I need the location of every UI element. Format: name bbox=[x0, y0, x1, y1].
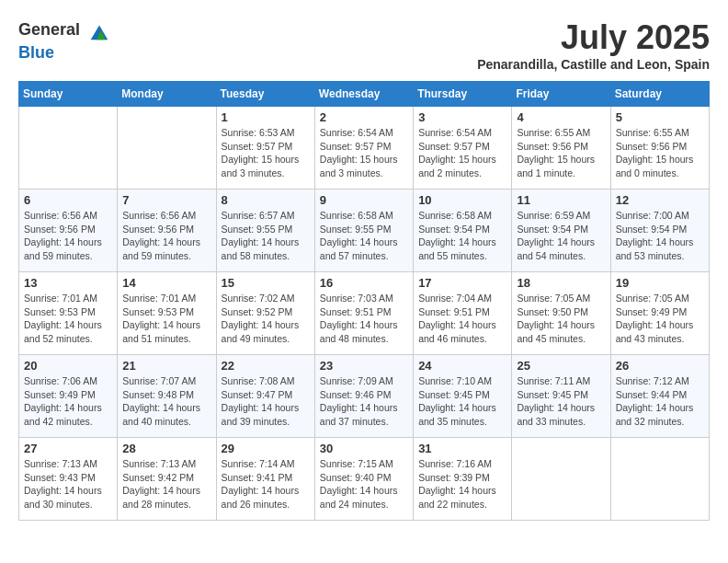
logo-blue: Blue bbox=[18, 43, 54, 62]
sunset-text: Sunset: 9:56 PM bbox=[122, 223, 210, 236]
daylight-text: Daylight: 14 hours and 52 minutes. bbox=[24, 318, 112, 345]
sunrise-text: Sunrise: 7:09 AM bbox=[320, 374, 408, 388]
sunset-text: Sunset: 9:45 PM bbox=[418, 388, 506, 402]
calendar-cell: 1Sunrise: 6:53 AMSunset: 9:57 PMDaylight… bbox=[216, 107, 314, 190]
daylight-text: Daylight: 14 hours and 46 minutes. bbox=[418, 318, 506, 345]
daylight-text: Daylight: 14 hours and 33 minutes. bbox=[517, 401, 605, 428]
sunrise-text: Sunrise: 7:05 AM bbox=[616, 292, 704, 305]
sunset-text: Sunset: 9:53 PM bbox=[122, 305, 210, 319]
day-number: 28 bbox=[122, 442, 210, 455]
daylight-text: Daylight: 14 hours and 40 minutes. bbox=[122, 401, 210, 428]
calendar-table: SundayMondayTuesdayWednesdayThursdayFrid… bbox=[18, 81, 710, 521]
calendar-cell: 18Sunrise: 7:05 AMSunset: 9:50 PMDayligh… bbox=[512, 272, 610, 355]
sunrise-text: Sunrise: 6:57 AM bbox=[222, 209, 310, 223]
header-tuesday: Tuesday bbox=[216, 82, 314, 107]
header-sunday: Sunday bbox=[19, 82, 118, 107]
day-number: 18 bbox=[517, 276, 605, 290]
calendar-cell: 30Sunrise: 7:15 AMSunset: 9:40 PMDayligh… bbox=[314, 438, 413, 521]
day-number: 2 bbox=[320, 110, 408, 124]
title-area: July 2025 Penarandilla, Castille and Leo… bbox=[477, 18, 710, 72]
sunrise-text: Sunrise: 6:59 AM bbox=[517, 209, 605, 223]
day-number: 14 bbox=[122, 276, 210, 290]
sunrise-text: Sunrise: 7:11 AM bbox=[517, 374, 605, 388]
sunrise-text: Sunrise: 6:53 AM bbox=[222, 126, 310, 140]
sunset-text: Sunset: 9:53 PM bbox=[24, 305, 112, 319]
calendar-cell: 20Sunrise: 7:06 AMSunset: 9:49 PMDayligh… bbox=[19, 355, 118, 438]
day-info: Sunrise: 7:10 AMSunset: 9:45 PMDaylight:… bbox=[418, 374, 506, 429]
sunrise-text: Sunrise: 7:14 AM bbox=[222, 457, 310, 471]
location-title: Penarandilla, Castille and Leon, Spain bbox=[477, 57, 710, 72]
week-row-3: 13Sunrise: 7:01 AMSunset: 9:53 PMDayligh… bbox=[19, 272, 710, 355]
header-monday: Monday bbox=[118, 82, 216, 107]
calendar-cell: 9Sunrise: 6:58 AMSunset: 9:55 PMDaylight… bbox=[314, 190, 413, 272]
calendar-cell: 25Sunrise: 7:11 AMSunset: 9:45 PMDayligh… bbox=[512, 355, 610, 438]
day-info: Sunrise: 7:01 AMSunset: 9:53 PMDaylight:… bbox=[122, 292, 210, 346]
sunset-text: Sunset: 9:56 PM bbox=[616, 140, 704, 154]
day-info: Sunrise: 6:59 AMSunset: 9:54 PMDaylight:… bbox=[517, 209, 605, 263]
calendar-cell: 5Sunrise: 6:55 AMSunset: 9:56 PMDaylight… bbox=[610, 107, 709, 190]
calendar-cell: 14Sunrise: 7:01 AMSunset: 9:53 PMDayligh… bbox=[118, 272, 216, 355]
day-number: 31 bbox=[418, 442, 506, 455]
sunrise-text: Sunrise: 7:07 AM bbox=[122, 374, 210, 388]
sunset-text: Sunset: 9:54 PM bbox=[517, 223, 605, 236]
sunrise-text: Sunrise: 7:02 AM bbox=[222, 292, 310, 305]
sunrise-text: Sunrise: 6:56 AM bbox=[24, 209, 112, 223]
page-container: General Blue July 2025 Penarandilla, Cas… bbox=[18, 18, 710, 521]
sunrise-text: Sunrise: 7:03 AM bbox=[320, 292, 408, 305]
calendar-cell bbox=[118, 107, 216, 190]
day-number: 11 bbox=[517, 193, 605, 207]
sunrise-text: Sunrise: 6:56 AM bbox=[122, 209, 210, 223]
logo: General Blue bbox=[18, 18, 112, 63]
sunrise-text: Sunrise: 6:54 AM bbox=[418, 126, 506, 140]
day-number: 5 bbox=[616, 110, 704, 124]
sunset-text: Sunset: 9:44 PM bbox=[616, 388, 704, 402]
calendar-body: 1Sunrise: 6:53 AMSunset: 9:57 PMDaylight… bbox=[19, 107, 710, 521]
daylight-text: Daylight: 14 hours and 49 minutes. bbox=[222, 318, 310, 345]
day-number: 25 bbox=[517, 359, 605, 373]
sunrise-text: Sunrise: 6:58 AM bbox=[418, 209, 506, 223]
calendar-cell: 17Sunrise: 7:04 AMSunset: 9:51 PMDayligh… bbox=[414, 272, 512, 355]
header-saturday: Saturday bbox=[610, 82, 709, 107]
day-number: 3 bbox=[418, 110, 506, 124]
sunset-text: Sunset: 9:41 PM bbox=[222, 471, 310, 485]
day-number: 9 bbox=[320, 193, 408, 207]
sunset-text: Sunset: 9:56 PM bbox=[24, 223, 112, 236]
calendar-cell bbox=[19, 107, 118, 190]
daylight-text: Daylight: 15 hours and 3 minutes. bbox=[222, 153, 310, 179]
day-info: Sunrise: 6:56 AMSunset: 9:56 PMDaylight:… bbox=[122, 209, 210, 263]
daylight-text: Daylight: 14 hours and 55 minutes. bbox=[418, 236, 506, 262]
calendar-cell: 2Sunrise: 6:54 AMSunset: 9:57 PMDaylight… bbox=[314, 107, 413, 190]
calendar-cell: 22Sunrise: 7:08 AMSunset: 9:47 PMDayligh… bbox=[216, 355, 314, 438]
header-wednesday: Wednesday bbox=[314, 82, 413, 107]
sunrise-text: Sunrise: 7:08 AM bbox=[222, 374, 310, 388]
day-info: Sunrise: 6:57 AMSunset: 9:55 PMDaylight:… bbox=[222, 209, 310, 263]
daylight-text: Daylight: 15 hours and 0 minutes. bbox=[616, 153, 704, 179]
daylight-text: Daylight: 14 hours and 28 minutes. bbox=[122, 484, 210, 511]
day-info: Sunrise: 7:11 AMSunset: 9:45 PMDaylight:… bbox=[517, 374, 605, 429]
day-number: 8 bbox=[222, 193, 310, 207]
sunset-text: Sunset: 9:57 PM bbox=[222, 140, 310, 154]
day-number: 27 bbox=[24, 442, 112, 455]
sunrise-text: Sunrise: 6:54 AM bbox=[320, 126, 408, 140]
daylight-text: Daylight: 15 hours and 2 minutes. bbox=[418, 153, 506, 179]
sunset-text: Sunset: 9:39 PM bbox=[418, 471, 506, 485]
day-info: Sunrise: 7:13 AMSunset: 9:42 PMDaylight:… bbox=[122, 457, 210, 511]
calendar-cell: 13Sunrise: 7:01 AMSunset: 9:53 PMDayligh… bbox=[19, 272, 118, 355]
daylight-text: Daylight: 14 hours and 45 minutes. bbox=[517, 318, 605, 345]
sunrise-text: Sunrise: 7:01 AM bbox=[122, 292, 210, 305]
sunrise-text: Sunrise: 7:10 AM bbox=[418, 374, 506, 388]
day-info: Sunrise: 7:12 AMSunset: 9:44 PMDaylight:… bbox=[616, 374, 704, 429]
day-number: 19 bbox=[616, 276, 704, 290]
day-number: 15 bbox=[222, 276, 310, 290]
sunset-text: Sunset: 9:52 PM bbox=[222, 305, 310, 319]
calendar-cell: 15Sunrise: 7:02 AMSunset: 9:52 PMDayligh… bbox=[216, 272, 314, 355]
calendar-cell bbox=[610, 438, 709, 521]
sunset-text: Sunset: 9:48 PM bbox=[122, 388, 210, 402]
week-row-2: 6Sunrise: 6:56 AMSunset: 9:56 PMDaylight… bbox=[19, 190, 710, 272]
sunrise-text: Sunrise: 7:01 AM bbox=[24, 292, 112, 305]
day-info: Sunrise: 6:56 AMSunset: 9:56 PMDaylight:… bbox=[24, 209, 112, 263]
sunrise-text: Sunrise: 7:13 AM bbox=[122, 457, 210, 471]
day-number: 1 bbox=[222, 110, 310, 124]
sunset-text: Sunset: 9:45 PM bbox=[517, 388, 605, 402]
day-info: Sunrise: 7:03 AMSunset: 9:51 PMDaylight:… bbox=[320, 292, 408, 346]
